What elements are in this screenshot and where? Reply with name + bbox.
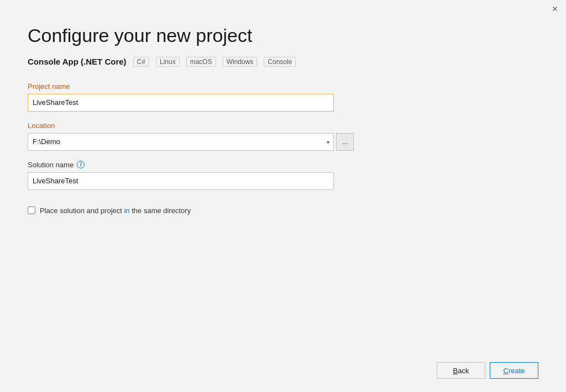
back-button[interactable]: Back (437, 362, 485, 379)
location-label: Location (28, 121, 538, 130)
page-title: Configure your new project (28, 24, 538, 47)
browse-button[interactable]: ... (336, 133, 354, 151)
location-row: F:\Demo ▾ ... (28, 133, 538, 151)
app-name-label: Console App (.NET Core) (28, 57, 127, 66)
same-directory-label: Place solution and project in the same d… (40, 206, 191, 215)
tag-console: Console (264, 57, 296, 67)
subtitle-row: Console App (.NET Core) C# Linux macOS W… (28, 57, 538, 67)
project-name-input[interactable] (28, 94, 334, 112)
title-bar: ✕ (0, 0, 566, 13)
tag-macos: macOS (186, 57, 216, 67)
create-label: Create (503, 367, 525, 375)
solution-name-label-row: Solution name i (28, 161, 538, 169)
location-select-wrapper: F:\Demo ▾ (28, 133, 334, 151)
location-section: Location F:\Demo ▾ ... (28, 121, 538, 151)
tag-csharp: C# (133, 57, 149, 67)
location-select[interactable]: F:\Demo (28, 133, 334, 151)
solution-name-section: Solution name i (28, 161, 538, 190)
same-directory-row: Place solution and project in the same d… (28, 206, 538, 215)
main-content: Configure your new project Console App (… (0, 13, 566, 353)
project-name-label: Project name (28, 82, 538, 91)
create-button[interactable]: Create (490, 362, 538, 379)
same-directory-checkbox[interactable] (28, 206, 35, 214)
footer: Back Create (0, 353, 566, 392)
tag-windows: Windows (223, 57, 258, 67)
info-icon[interactable]: i (77, 161, 85, 168)
close-button[interactable]: ✕ (551, 4, 559, 13)
tag-linux: Linux (156, 57, 180, 67)
configure-project-window: ✕ Configure your new project Console App… (0, 0, 566, 392)
project-name-section: Project name (28, 82, 538, 112)
back-label: Back (453, 367, 469, 375)
solution-name-input[interactable] (28, 172, 334, 190)
solution-name-label: Solution name (28, 161, 74, 169)
